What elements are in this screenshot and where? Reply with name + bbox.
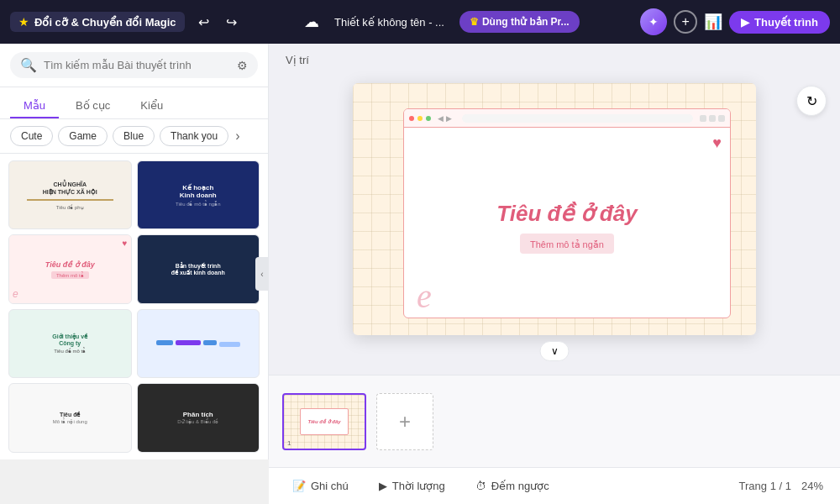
thumb-content: Tiêu đề ở đây bbox=[284, 395, 365, 449]
sidebar-wrapper: 🔍 ⚙ Mẫu Bố cục Kiểu Cute Game Blue Thank… bbox=[0, 44, 269, 504]
undo-redo-group: ↩ ↪ bbox=[192, 11, 244, 34]
countdown-label: Đếm ngược bbox=[491, 480, 549, 492]
slide-main-title: Tiêu đề ở đây bbox=[496, 201, 637, 227]
swirl-decoration: e bbox=[417, 280, 432, 313]
thumb-title: Tiêu đề ở đây bbox=[307, 418, 340, 424]
template-card-2[interactable]: Kế hoạchKinh doanh Tiêu đề mô tả ngắn bbox=[137, 160, 260, 229]
main-content: Vị trí ◀ ▶ bbox=[269, 44, 840, 504]
filmstrip: Tiêu đề ở đây 1 + bbox=[269, 375, 840, 467]
present-label: Thuyết trình bbox=[754, 16, 818, 29]
template-card-1[interactable]: CHỦ NGHĨAHIỆN THỰC XÃ HỘI Tiêu đề phụ bbox=[8, 160, 132, 229]
countdown-icon: ⏱ bbox=[475, 480, 486, 492]
zoom-level: 24% bbox=[801, 480, 823, 492]
expand-button[interactable]: ∨ bbox=[540, 341, 570, 361]
nav-right: ✦ + 📊 ▶ Thuyết trình bbox=[640, 8, 830, 35]
brand-button[interactable]: ★ Đổi cỡ & Chuyển đổi Magic bbox=[10, 12, 185, 32]
canvas-area: Vị trí ◀ ▶ bbox=[269, 44, 840, 375]
add-slide-button[interactable]: + bbox=[376, 393, 433, 450]
browser-icon-1 bbox=[700, 115, 706, 122]
browser-address-bar bbox=[462, 114, 693, 123]
refresh-button[interactable]: ↻ bbox=[796, 86, 827, 116]
notes-button[interactable]: 📝 Ghi chú bbox=[286, 476, 355, 496]
template-card-8[interactable]: Phân tích Dữ liệu & Biểu đồ bbox=[137, 383, 260, 452]
template-card-5[interactable]: Giới thiệu vềCông ty Tiêu đề mô tả bbox=[8, 309, 132, 378]
position-label: Vị trí bbox=[286, 54, 309, 66]
nav-left: ★ Đổi cỡ & Chuyển đổi Magic ↩ ↪ bbox=[10, 11, 244, 34]
avatar[interactable]: ✦ bbox=[640, 8, 667, 35]
thumb-browser: Tiêu đề ở đây bbox=[300, 408, 349, 435]
filter-tags: Cute Game Blue Thank you › bbox=[0, 119, 268, 154]
search-bar: 🔍 ⚙ bbox=[0, 44, 268, 87]
title-button[interactable]: Thiết kế không tên - ... bbox=[326, 13, 453, 32]
tag-game[interactable]: Game bbox=[58, 126, 108, 146]
sidebar-tabs: Mẫu Bố cục Kiểu bbox=[0, 87, 268, 119]
trial-button[interactable]: ♛ Dùng thử bản Pr... bbox=[459, 11, 580, 33]
tab-mau[interactable]: Mẫu bbox=[10, 94, 59, 118]
present-button[interactable]: ▶ Thuyết trình bbox=[729, 11, 830, 34]
sidebar: 🔍 ⚙ Mẫu Bố cục Kiểu Cute Game Blue Thank… bbox=[0, 44, 269, 459]
cloud-button[interactable]: ☁ bbox=[304, 13, 319, 31]
undo-button[interactable]: ↩ bbox=[192, 11, 216, 34]
bottom-bar: 📝 Ghi chú ▶ Thời lượng ⏱ Đếm ngược Trang… bbox=[269, 467, 840, 504]
browser-icons bbox=[700, 115, 725, 122]
page-info: Trang 1 / 1 bbox=[739, 480, 791, 492]
template-card-4[interactable]: Bản thuyết trìnhđề xuất kinh doanh bbox=[137, 234, 260, 303]
tag-cute[interactable]: Cute bbox=[10, 126, 53, 146]
expand-icon: ∨ bbox=[551, 345, 559, 357]
browser-header: ◀ ▶ bbox=[404, 109, 730, 128]
thumb-number: 1 bbox=[287, 439, 291, 447]
main-layout: 🔍 ⚙ Mẫu Bố cục Kiểu Cute Game Blue Thank… bbox=[0, 44, 840, 504]
browser-mockup: ◀ ▶ ♥ Tiêu đề ở đây Thêm mô tả ngắn bbox=[403, 108, 731, 318]
template-card-7[interactable]: Tiêu đề Mô tả nội dung bbox=[8, 383, 132, 452]
browser-icon-2 bbox=[709, 115, 716, 122]
slide-thumbnail-1[interactable]: Tiêu đề ở đây 1 bbox=[282, 393, 366, 450]
tag-thankyou[interactable]: Thank you bbox=[160, 126, 228, 146]
tag-blue[interactable]: Blue bbox=[113, 126, 155, 146]
duration-icon: ▶ bbox=[379, 480, 387, 492]
crown-icon: ★ bbox=[18, 15, 29, 29]
search-input[interactable] bbox=[44, 59, 230, 71]
tab-boluc[interactable]: Bố cục bbox=[62, 94, 123, 118]
slide-subtitle: Thêm mô tả ngắn bbox=[530, 239, 604, 249]
search-icon: 🔍 bbox=[20, 57, 37, 73]
tab-kieu[interactable]: Kiểu bbox=[127, 94, 176, 118]
template-card-6[interactable] bbox=[137, 309, 260, 378]
nav-center: ☁ Thiết kế không tên - ... ♛ Dùng thử bả… bbox=[252, 11, 633, 33]
present-icon: ▶ bbox=[741, 16, 749, 29]
slide-subtitle-box: Thêm mô tả ngắn bbox=[520, 234, 614, 254]
search-input-wrap[interactable]: 🔍 ⚙ bbox=[10, 52, 258, 78]
bottom-right: Trang 1 / 1 24% bbox=[739, 480, 823, 492]
browser-min-dot bbox=[417, 116, 423, 121]
browser-icon-3 bbox=[718, 115, 725, 122]
more-tags-icon[interactable]: › bbox=[235, 129, 239, 144]
notes-label: Ghi chú bbox=[311, 480, 349, 492]
browser-max-dot bbox=[426, 116, 431, 121]
template-card-3[interactable]: Tiêu đề ở đây Thêm mô tả e ♥ bbox=[8, 234, 132, 303]
browser-close-dot bbox=[409, 116, 414, 121]
duration-label: Thời lượng bbox=[392, 480, 445, 492]
chart-button[interactable]: 📊 bbox=[704, 13, 722, 31]
slide-canvas[interactable]: ◀ ▶ ♥ Tiêu đề ở đây Thêm mô tả ngắn bbox=[353, 83, 756, 335]
top-navigation: ★ Đổi cỡ & Chuyển đổi Magic ↩ ↪ ☁ Thiết … bbox=[0, 0, 840, 44]
template-grid: CHỦ NGHĨAHIỆN THỰC XÃ HỘI Tiêu đề phụ Kế… bbox=[0, 154, 268, 459]
brand-label: Đổi cỡ & Chuyển đổi Magic bbox=[34, 16, 176, 29]
redo-button[interactable]: ↪ bbox=[219, 11, 244, 34]
filter-icon[interactable]: ⚙ bbox=[237, 59, 248, 72]
duration-button[interactable]: ▶ Thời lượng bbox=[372, 476, 452, 496]
trial-label: Dùng thử bản Pr... bbox=[482, 16, 570, 28]
trial-crown-icon: ♛ bbox=[470, 16, 479, 28]
sidebar-scroll-handle[interactable]: ‹ bbox=[255, 257, 269, 291]
heart-decoration: ♥ bbox=[712, 134, 722, 152]
countdown-button[interactable]: ⏱ Đếm ngược bbox=[469, 476, 556, 496]
notes-icon: 📝 bbox=[292, 480, 306, 492]
add-button[interactable]: + bbox=[674, 10, 697, 34]
browser-body: ♥ Tiêu đề ở đây Thêm mô tả ngắn e bbox=[404, 128, 730, 318]
